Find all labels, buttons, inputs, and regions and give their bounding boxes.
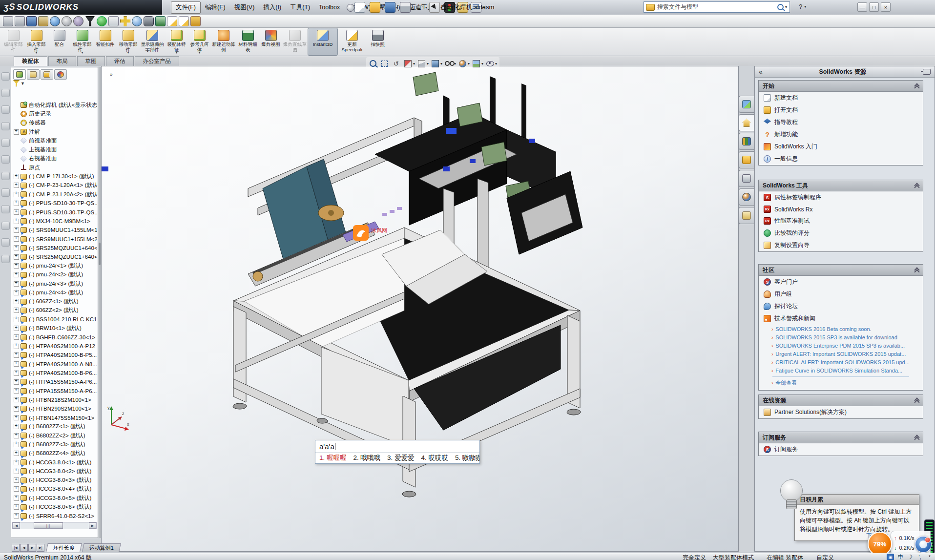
task-pane-link[interactable]: Partner Solutions(解决方案) [759,406,923,418]
task-pane-link[interactable]: 技术警戒和新闻 [759,312,923,325]
section-header[interactable]: 在线资源 [759,395,923,406]
tab-nav-first-icon[interactable]: |◀ [12,544,20,552]
ribbon-button[interactable]: 爆炸直线草图 ▾ [282,28,308,56]
accelerator-ball-icon[interactable] [915,536,932,553]
ime-settings-gear-icon[interactable]: * [926,554,933,560]
help-book-icon[interactable] [190,16,201,26]
task-pane-link[interactable]: 打开文档 [759,104,923,116]
tree-item[interactable]: (-) pmu-24r<2> (默认) [12,270,97,279]
ime-keyboard-icon[interactable]: ▣ [887,554,894,560]
tree-item[interactable]: 右视基准面 [12,154,97,163]
edit-appearance-icon[interactable]: ▾ [458,59,470,68]
collapse-pane-icon[interactable]: « [759,68,763,76]
hud-dropdown-icon[interactable]: ▾ [440,62,442,66]
tree-item[interactable]: (-) pmu-24r<4> (默认) [12,288,97,297]
scroll-right-icon[interactable]: ▶ [89,522,96,529]
property-manager-tab[interactable] [27,69,40,80]
tree-item[interactable]: (-) HTPA40S2M100-A-P12 [12,342,97,351]
measure-icon[interactable] [108,16,119,26]
task-pane-link[interactable]: S 属性标签编制程序 [759,191,923,204]
task-pane-link[interactable]: 复制设置向导 [759,239,923,251]
ribbon-dropdown-arrow-icon[interactable]: ▾ [36,50,38,56]
undo-icon[interactable]: ↶ ▾ [415,2,428,12]
custom-properties-tab-icon[interactable] [739,207,754,224]
tree-item[interactable]: (-) B6802ZZ<2> (默认) [12,431,97,440]
command-tab[interactable]: 装配体 [14,56,47,66]
3d-assembly-model[interactable]: 沐风网 [102,66,738,551]
news-link[interactable]: › CRITICAL ALERT: Important SOLIDWORKS 2… [759,358,923,366]
tree-item[interactable]: (-) HCCG3-8.0<4> (默认) [12,485,97,494]
section-view-icon[interactable]: ▾ [403,59,416,68]
ribbon-button[interactable]: 插入零部件 ▾ [25,28,48,56]
ime-fullhalf-moon-icon[interactable]: ☽ [907,554,914,560]
tree-item[interactable]: (-) PPUS-SD10-30-TP-QS... [12,199,97,207]
tree-item[interactable]: (-) B6802ZZ<4> (默认) [12,449,97,458]
tree-item[interactable]: (-) HTPA15S5M150-A-P6... [12,377,97,386]
sidebar-tool-icon[interactable] [1,72,10,81]
tree-item[interactable]: 上视基准面 [12,145,97,154]
task-pane-link[interactable]: 探讨论坛 [759,300,923,312]
ribbon-button[interactable]: 拍快照 ▾ [366,28,389,56]
tree-item[interactable]: (-) SRS9MUUC1+155LM<1> [12,226,97,234]
assembly-visualization-icon[interactable] [38,16,48,26]
expand-toggle-icon[interactable] [14,290,19,295]
command-tab[interactable]: 评估 [106,56,134,66]
expand-toggle-icon[interactable] [14,201,19,206]
menu-item[interactable]: 插入(I) [259,2,286,13]
hud-dropdown-icon[interactable]: ▾ [495,62,497,66]
search-input[interactable]: 搜索文件与模型 ▾ [644,1,790,13]
sketch-corner-icon[interactable] [15,16,25,26]
ime-candidate[interactable]: 5. 嗷嗷嗷 [455,454,479,462]
solidworks-forum-tab-icon[interactable] [739,96,754,113]
sidebar-tool-icon[interactable] [1,172,10,180]
expand-toggle-icon[interactable] [14,228,19,233]
task-pane-link[interactable]: ? 新增功能 [759,128,923,141]
news-link[interactable]: › SOLIDWORKS 2015 SP3 is available for d… [759,333,923,341]
sidebar-tool-icon[interactable] [1,238,10,247]
task-pane-link[interactable]: Rx 性能基准测试 [759,215,923,227]
model-tab[interactable]: 运动算例1 [82,543,121,552]
ime-punctuation-icon[interactable]: ’, [916,554,923,560]
previous-view-icon[interactable]: ↺ [392,59,402,68]
settings-gear-icon[interactable] [62,16,72,26]
ribbon-button[interactable]: 显示隐藏的零部件 ▾ [140,28,165,56]
ime-language-icon[interactable]: 中 [897,554,904,560]
minimize-button[interactable]: — [857,2,867,12]
sidebar-tool-icon[interactable] [1,188,10,197]
sidebar-tool-icon[interactable] [1,205,10,213]
tree-item[interactable]: (-) BGHFB-C606ZZ-30<1> [12,333,97,342]
task-pane-link[interactable]: 用户组 [759,288,923,300]
search-icon[interactable] [777,4,784,10]
dropdown-arrow-icon[interactable]: ▾ [396,5,398,10]
zoom-magnifier-icon[interactable] [132,16,142,26]
expand-toggle-icon[interactable] [14,129,19,135]
task-pane-link[interactable]: i 一般信息 [759,153,923,165]
excel-export-icon[interactable] [155,16,166,26]
display-style-icon[interactable]: ▾ [431,59,443,68]
screen-capture-icon[interactable] [26,16,37,26]
tree-item[interactable]: (-) SFRR6-41.0-B2-S2<1> [12,512,97,520]
tree-item[interactable]: 前视基准面 [12,136,97,145]
design-library-tab-icon[interactable] [739,133,754,150]
menu-item[interactable]: Toolbox [314,2,344,12]
menu-item[interactable]: 视图(V) [230,2,259,13]
tree-item[interactable]: (-) 606ZZ<1> (默认) [12,297,97,306]
search-scope-folder-icon[interactable] [646,4,655,11]
sidebar-tool-icon[interactable] [1,139,10,147]
scrollbar-thumb[interactable]: ||| [34,522,63,529]
sidebar-tool-icon[interactable] [1,222,10,230]
task-pane-link[interactable]: 指导教程 [759,116,923,128]
tree-item[interactable]: (-) CM-P-23-L20A<1> (默认) [12,181,97,190]
zoom-area-icon[interactable] [380,59,390,68]
expand-toggle-icon[interactable] [14,469,19,474]
ribbon-button[interactable]: 新建运动算例 ▾ [211,28,236,56]
view-palette-tab-icon[interactable] [739,170,754,187]
help-dropdown-icon[interactable]: ▾ [804,4,806,9]
tab-nav-last-icon[interactable]: ▶| [37,544,44,552]
dropdown-arrow-icon[interactable]: ▾ [411,5,413,10]
expand-toggle-icon[interactable] [14,442,19,447]
file-explorer-tab-icon[interactable] [739,151,754,168]
tree-item[interactable]: 传感器 [12,119,97,127]
tree-item[interactable]: (-) HCCG3-8.0<1> (默认) [12,458,97,467]
tree-item[interactable]: (-) HTBN1475S5M150<1> [12,413,97,422]
